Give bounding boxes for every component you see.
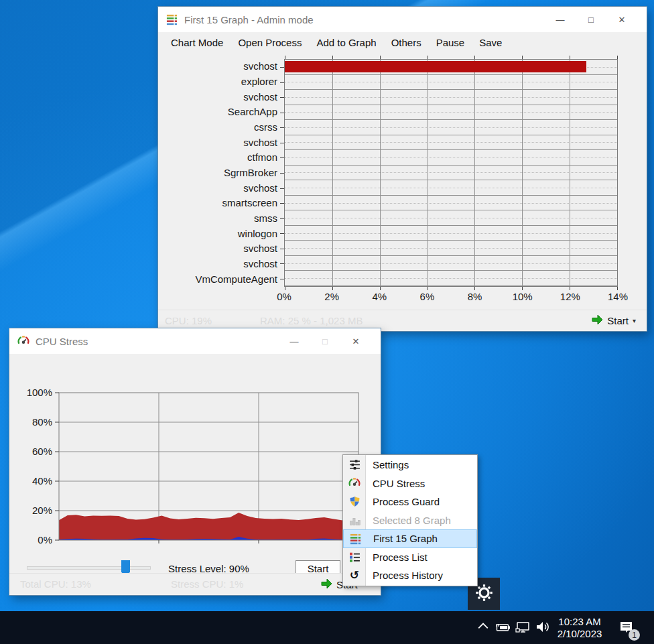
cpu-usage-area-chart (59, 393, 358, 540)
menu-item-settings[interactable]: Settings (343, 456, 477, 474)
process-label: csrss (158, 121, 277, 134)
start-arrow-icon (592, 314, 603, 327)
process-bar-chart (284, 59, 618, 287)
settings-sliders-icon (348, 458, 361, 472)
battery-icon[interactable] (495, 621, 511, 634)
process-row (285, 226, 617, 241)
process-label: SgrmBroker (158, 166, 277, 180)
notification-badge: 1 (629, 629, 640, 641)
gridline (570, 60, 570, 286)
x-tick-label: 12% (550, 291, 590, 302)
process-label: svchost (158, 136, 277, 149)
y-tick-label: 40% (13, 475, 52, 487)
process-label: svchost (158, 60, 277, 73)
process-label: smss (158, 212, 277, 225)
menu-item-label: Process History (373, 570, 443, 581)
chevron-up-icon[interactable] (477, 621, 489, 631)
gear-icon (475, 584, 493, 604)
process-label: smartscreen (158, 196, 277, 210)
process-row (285, 271, 617, 286)
x-tick-label: 6% (407, 291, 447, 302)
graph-chart-region: 0%2%4%6%8%10%12%14%svchostexplorersvchos… (158, 52, 647, 310)
process-label: winlogon (158, 227, 277, 241)
process-label: VmComputeAgent (158, 273, 277, 286)
area-chart-svg (59, 393, 358, 540)
cpu-stress-window: CPU Stress — □ ✕ Stress Level: 90% Start… (9, 328, 381, 595)
x-tick-label: 4% (359, 291, 399, 302)
graph-window-titlebar[interactable]: First 15 Graph - Admin mode — □ ✕ (158, 7, 647, 32)
menubar-item-others[interactable]: Others (384, 34, 429, 52)
minimize-button[interactable]: — (279, 328, 310, 354)
process-list-icon (348, 550, 361, 564)
y-tick-label: 60% (13, 446, 52, 457)
y-tick-label: 0% (13, 534, 52, 545)
cpu-status-text: CPU: 19% (165, 315, 212, 326)
stress-window-titlebar[interactable]: CPU Stress — □ ✕ (9, 328, 381, 354)
y-tick-label: 80% (13, 416, 52, 428)
stress-cpu-status-text: Stress CPU: 1% (171, 578, 243, 590)
first15-bars-icon (348, 532, 362, 545)
graph-start-control[interactable]: Start ▾ (592, 314, 636, 327)
process-row (285, 120, 617, 135)
clock-date: 2/10/2023 (553, 628, 606, 640)
taskbar-clock[interactable]: 10:23 AM 2/10/2023 (553, 616, 606, 640)
menubar-item-open-process[interactable]: Open Process (231, 34, 309, 52)
x-tick-label: 0% (264, 291, 304, 302)
y-tick-label: 100% (13, 387, 52, 398)
process-label: svchost (158, 257, 277, 271)
menu-item-cpu-stress[interactable]: CPU Stress (343, 474, 477, 493)
chevron-down-icon: ▾ (633, 317, 636, 324)
maximize-button[interactable]: □ (576, 7, 606, 32)
gray-bars-icon (348, 513, 361, 527)
process-row (285, 60, 617, 75)
menubar-item-pause[interactable]: Pause (429, 34, 472, 52)
stress-slider-track[interactable] (27, 566, 151, 570)
volume-icon[interactable] (535, 619, 551, 635)
menu-item-label: Process List (373, 552, 428, 563)
process-label: svchost (158, 242, 277, 255)
menubar-item-save[interactable]: Save (472, 34, 509, 52)
process-label: svchost (158, 182, 277, 195)
menu-item-process-list[interactable]: Process List (343, 548, 477, 567)
first15-graph-window: First 15 Graph - Admin mode — □ ✕ Chart … (158, 7, 647, 331)
process-row (285, 196, 617, 211)
process-row (285, 210, 617, 226)
start-arrow-icon (321, 578, 332, 591)
ram-status-text: RAM: 25 % - 1,023 MB (260, 315, 363, 326)
stress-window-title: CPU Stress (36, 336, 88, 347)
menu-item-label: Process Guard (373, 496, 440, 507)
stress-statusbar: Total CPU: 13% Stress CPU: 1% Start (9, 573, 381, 595)
menubar-item-add-to-graph[interactable]: Add to Graph (309, 34, 383, 52)
desktop: First 15 Graph - Admin mode — □ ✕ Chart … (0, 0, 654, 644)
menubar-item-chart-mode[interactable]: Chart Mode (164, 34, 231, 52)
close-button[interactable]: ✕ (606, 7, 637, 32)
taskbar: 10:23 AM 2/10/2023 1 (0, 611, 654, 644)
menu-item-process-history[interactable]: ↺Process History (343, 566, 477, 585)
first15-bars-icon (166, 13, 178, 25)
process-row (285, 105, 617, 121)
history-icon: ↺ (348, 569, 361, 582)
menu-item-label: Selected 8 Graph (373, 515, 451, 526)
minimize-button[interactable]: — (545, 7, 576, 32)
menu-item-process-guard[interactable]: Process Guard (343, 493, 477, 511)
x-tick-label: 10% (503, 291, 543, 302)
context-menu: SettingsCPU StressProcess GuardSelected … (342, 454, 478, 586)
shield-icon (348, 495, 361, 509)
menu-item-selected-8-graph: Selected 8 Graph (343, 511, 477, 530)
gauge-icon (17, 335, 29, 347)
close-button[interactable]: ✕ (340, 328, 371, 354)
cpu-bar-svchost (285, 61, 586, 72)
gridline (522, 60, 523, 286)
gridline (332, 60, 333, 286)
gridline (428, 60, 428, 286)
y-tick-label: 20% (13, 505, 52, 516)
network-display-icon[interactable] (515, 620, 531, 635)
stress-client-area: Stress Level: 90% Start 100%80%60%40%20%… (9, 354, 381, 595)
menu-item-first-15-graph[interactable]: First 15 Graph (343, 529, 477, 548)
process-row (285, 166, 617, 181)
graph-window-title: First 15 Graph - Admin mode (184, 14, 314, 25)
process-row (285, 75, 617, 90)
x-tick-label: 14% (598, 291, 638, 302)
gauge-icon (348, 476, 361, 490)
menu-item-label: CPU Stress (373, 478, 425, 489)
